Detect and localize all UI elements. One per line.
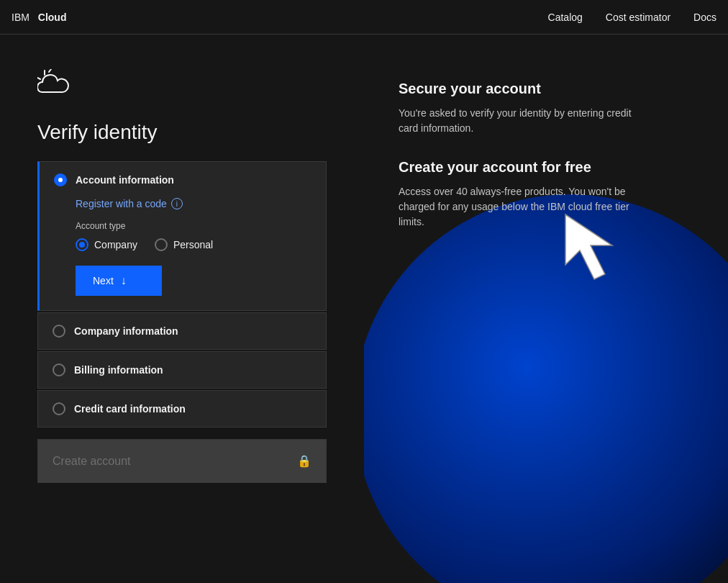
svg-line-1	[37, 78, 40, 79]
logo: IBM Cloud	[12, 12, 66, 23]
register-with-code-link[interactable]: Register with a code i	[76, 198, 311, 209]
accordion-item-creditcard: Credit card information	[37, 390, 327, 428]
svg-line-2	[49, 69, 51, 72]
radio-personal[interactable]: Personal	[155, 238, 213, 251]
radio-indicator-billing	[53, 363, 65, 376]
free-title: Create your account for free	[399, 159, 693, 176]
accordion-title-company: Company information	[74, 325, 178, 337]
left-panel: Verify identity Account information Regi…	[0, 35, 364, 583]
accordion-content-account: Register with a code i Account type Comp…	[40, 198, 326, 310]
radio-indicator-company	[53, 325, 65, 338]
create-account-button[interactable]: Create account 🔒	[37, 439, 327, 483]
accordion: Account information Register with a code…	[37, 161, 327, 428]
info-icon: i	[171, 198, 183, 209]
accordion-title-billing: Billing information	[74, 364, 163, 376]
header: IBM Cloud Catalog Cost estimator Docs	[0, 0, 728, 35]
account-type-label: Account type	[76, 221, 311, 231]
header-nav: Catalog Cost estimator Docs	[548, 12, 716, 23]
cloud-icon	[37, 69, 327, 104]
down-arrow-icon: ↓	[121, 274, 127, 287]
right-panel: Secure your account You're asked to veri…	[364, 35, 728, 583]
secure-desc: You're asked to verify your identity by …	[399, 106, 643, 136]
lock-icon: 🔒	[297, 454, 311, 468]
accordion-item-account: Account information Register with a code…	[37, 161, 327, 311]
main-layout: Verify identity Account information Regi…	[0, 35, 728, 583]
next-button[interactable]: Next ↓	[76, 266, 162, 296]
page-title: Verify identity	[37, 121, 327, 144]
accordion-header-creditcard[interactable]: Credit card information	[38, 391, 326, 427]
radio-indicator-account	[54, 173, 67, 186]
radio-group-account-type: Company Personal	[76, 238, 311, 251]
accordion-item-company: Company information	[37, 312, 327, 350]
accordion-header-billing[interactable]: Billing information	[38, 352, 326, 388]
accordion-title-account: Account information	[76, 174, 174, 186]
radio-outer-company	[76, 238, 88, 251]
radio-inner-company	[79, 242, 85, 248]
nav-cost-estimator[interactable]: Cost estimator	[606, 12, 670, 23]
right-panel-bg-circle	[364, 194, 728, 583]
right-panel-content: Secure your account You're asked to veri…	[399, 81, 693, 230]
accordion-title-creditcard: Credit card information	[74, 403, 186, 415]
logo-ibm: IBM	[12, 12, 29, 23]
accordion-header-account[interactable]: Account information	[40, 162, 326, 198]
logo-cloud: Cloud	[38, 12, 67, 23]
nav-docs[interactable]: Docs	[693, 12, 716, 23]
radio-company[interactable]: Company	[76, 238, 137, 251]
accordion-item-billing: Billing information	[37, 351, 327, 389]
free-desc: Access over 40 always-free products. You…	[399, 184, 643, 230]
nav-catalog[interactable]: Catalog	[548, 12, 583, 23]
secure-title: Secure your account	[399, 81, 693, 97]
accordion-header-company[interactable]: Company information	[38, 313, 326, 349]
radio-outer-personal	[155, 238, 168, 251]
radio-indicator-creditcard	[53, 402, 65, 415]
